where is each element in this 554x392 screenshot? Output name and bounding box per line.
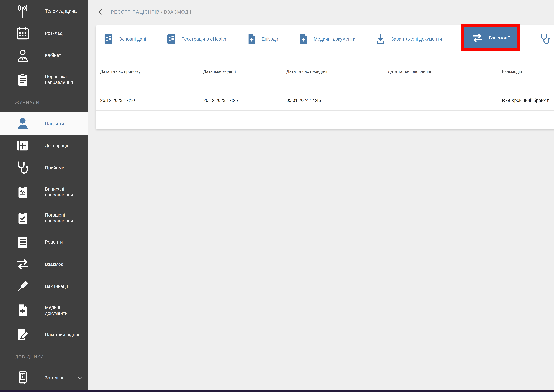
tab-label: Завантажені документи [391, 36, 442, 42]
transfer-icon [15, 256, 33, 272]
sidebar-item-label: Пакетний підпис [45, 332, 80, 337]
transfer-icon [471, 31, 484, 45]
sidebar-item-cabinet[interactable]: Кабінет [0, 44, 88, 66]
column-header-interaction[interactable]: Взаємодія [502, 69, 554, 74]
column-header-update-datetime[interactable]: Дата та час оновлення [388, 69, 502, 74]
sidebar-item-appointments[interactable]: Прийоми [0, 157, 88, 179]
id-card-icon [102, 32, 115, 46]
patient-interactions-panel: Основні дані Реєстрація в eHealth Епізод… [96, 26, 554, 129]
sidebar-item-label: Вакцинації [45, 283, 68, 289]
tab-label: Медичні документи [314, 36, 355, 42]
sidebar-item-general[interactable]: Загальні [0, 367, 88, 389]
pagination-bar: Рядків на сторінці: 10 ▼ 1 - 1 з загальн… [96, 111, 554, 129]
sidebar-item-label: Загальні [45, 375, 63, 381]
sidebar-item-batch-signature[interactable]: Пакетний підпис [0, 323, 88, 346]
clipboard-list-icon [15, 72, 33, 87]
sidebar-item-redeemed-referrals[interactable]: Погашені направлення [0, 205, 88, 231]
cell-interaction-date: 26.12.2023 17:25 [203, 98, 287, 103]
sidebar-section-handbooks: ДОВІДНИКИ [0, 347, 88, 367]
sidebar-item-issued-referrals[interactable]: Виписані направлення [0, 179, 88, 205]
column-header-transfer-datetime[interactable]: Дата та час передачі [287, 69, 388, 74]
tab-uploaded-documents[interactable]: Завантажені документи [374, 32, 442, 46]
sidebar-item-label: Пацієнти [45, 121, 64, 126]
sidebar-item-schedule[interactable]: Розклад [0, 22, 88, 44]
sidebar-item-label: Декларації [45, 143, 68, 149]
sidebar-item-telemedicine[interactable]: Телемедицина [0, 0, 88, 22]
document-plus-icon [297, 32, 310, 46]
sidebar-item-label: Рецепти [45, 239, 63, 245]
sidebar-item-label: Погашені направлення [45, 212, 84, 224]
tab-label: Основні дані [119, 36, 146, 42]
column-header-reception-datetime[interactable]: Дата та час прийому [100, 69, 203, 74]
sidebar-item-prescriptions[interactable]: Рецепти [0, 231, 88, 253]
sidebar: Телемедицина Розклад Кабінет [0, 0, 88, 392]
stethoscope-icon [539, 32, 552, 46]
sidebar-item-label: Взаємодії [45, 261, 66, 267]
sidebar-item-declarations[interactable]: Декларації [0, 135, 88, 157]
declaration-card-icon [15, 138, 33, 154]
column-header-interaction-date[interactable]: Дата взаємодії↓ [203, 69, 287, 74]
doctor-icon [15, 48, 33, 63]
sidebar-item-label: Прийоми [45, 165, 64, 171]
person-icon [15, 116, 33, 131]
breadcrumb-text: РЕЄСТР ПАЦІЄНТІВ / ВЗАЄМОДІЇ [111, 9, 191, 15]
chevron-down-icon[interactable] [76, 374, 84, 382]
id-card-icon [165, 32, 177, 46]
sidebar-item-label: Розклад [45, 30, 63, 36]
breadcrumb-current: ВЗАЄМОДІЇ [164, 9, 191, 14]
calendar-icon [15, 26, 33, 41]
tab-label: Взаємодії [489, 35, 510, 41]
sidebar-item-label: Перевірка направлення [45, 74, 84, 85]
signature-icon [15, 327, 33, 342]
sidebar-item-label: Телемедицина [45, 8, 77, 14]
annotation-highlight-box: Взаємодії [461, 24, 520, 51]
sort-descending-icon: ↓ [234, 69, 237, 74]
cell-transfer-datetime: 05.01.2024 14:45 [287, 98, 388, 103]
antenna-icon [15, 3, 33, 19]
book-icon [15, 370, 33, 386]
tab-ehealth-registration[interactable]: Реєстрація в eHealth [165, 32, 226, 46]
tab-medical-documents[interactable]: Медичні документи [297, 32, 355, 46]
tab-interactions[interactable]: Взаємодії [464, 28, 517, 48]
stethoscope-icon [15, 160, 33, 175]
sidebar-item-referral-check[interactable]: Перевірка направлення [0, 66, 88, 92]
breadcrumb-parent-link[interactable]: РЕЄСТР ПАЦІЄНТІВ [111, 9, 160, 14]
sidebar-item-medical-documents[interactable]: Медичні документи [0, 297, 88, 323]
document-plus-icon [15, 303, 33, 318]
back-arrow-icon[interactable] [98, 8, 106, 16]
sidebar-item-interactions[interactable]: Взаємодії [0, 253, 88, 275]
sidebar-item-vaccinations[interactable]: Вакцинації [0, 275, 88, 297]
cell-interaction: R79 Хронічний бронхіт [502, 98, 554, 103]
sidebar-section-journals: ЖУРНАЛИ [0, 92, 88, 112]
sidebar-item-patients[interactable]: Пацієнти [0, 112, 88, 135]
sidebar-item-label: Медичні документи [45, 305, 84, 316]
tab-main-data[interactable]: Основні дані [102, 32, 146, 46]
tab-appointments[interactable]: Прийоми [539, 32, 554, 46]
window-bottom-edge [0, 391, 554, 392]
cell-reception-datetime: 26.12.2023 17:10 [100, 98, 203, 103]
document-plus-icon [245, 32, 258, 46]
clipboard-pulse-icon [15, 184, 33, 200]
sidebar-item-label: Виписані направлення [45, 186, 84, 198]
tab-label: Реєстрація в eHealth [181, 36, 226, 42]
tab-label: Епізоди [262, 36, 278, 42]
table-header-row: Дата та час прийому Дата взаємодії↓ Дата… [96, 53, 554, 91]
sidebar-item-label: Кабінет [45, 53, 61, 58]
table-row[interactable]: 26.12.2023 17:10 26.12.2023 17:25 05.01.… [96, 91, 554, 111]
receipt-icon [15, 234, 33, 250]
tab-bar: Основні дані Реєстрація в eHealth Епізод… [96, 26, 554, 53]
clipboard-check-icon [15, 210, 33, 226]
syringe-icon [15, 279, 33, 294]
download-icon [374, 32, 387, 46]
breadcrumb: РЕЄСТР ПАЦІЄНТІВ / ВЗАЄМОДІЇ [98, 6, 191, 18]
breadcrumb-separator: / [161, 9, 162, 14]
tab-episodes[interactable]: Епізоди [245, 32, 278, 46]
